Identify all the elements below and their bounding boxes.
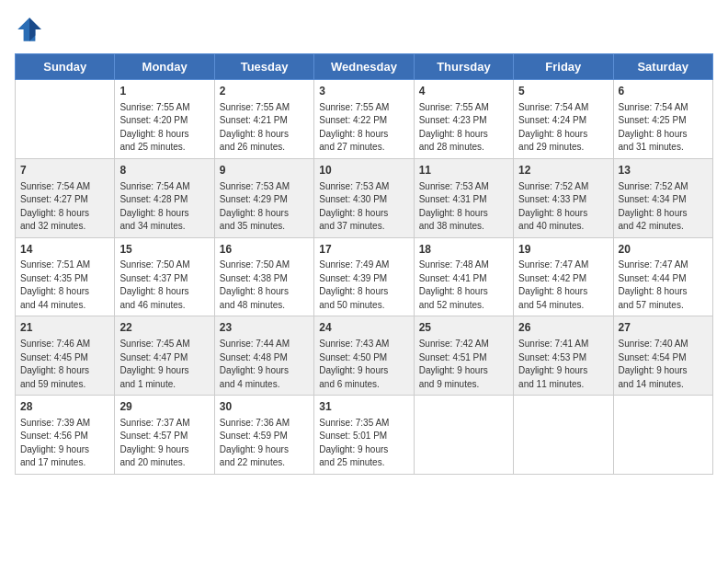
day-number: 13 [619, 163, 708, 178]
calendar-cell: 4Sunrise: 7:55 AM Sunset: 4:23 PM Daylig… [414, 80, 513, 159]
day-info: Sunrise: 7:52 AM Sunset: 4:33 PM Dayligh… [518, 180, 608, 234]
calendar-cell: 7Sunrise: 7:54 AM Sunset: 4:27 PM Daylig… [16, 158, 115, 237]
calendar-cell: 1Sunrise: 7:55 AM Sunset: 4:20 PM Daylig… [115, 80, 214, 159]
day-number: 21 [20, 320, 109, 336]
calendar-cell: 27Sunrise: 7:40 AM Sunset: 4:54 PM Dayli… [613, 316, 712, 396]
day-number: 24 [319, 320, 408, 336]
weekday-header-wednesday: Wednesday [314, 54, 414, 80]
calendar-cell: 28Sunrise: 7:39 AM Sunset: 4:56 PM Dayli… [16, 396, 115, 475]
weekday-header-monday: Monday [115, 54, 214, 80]
day-number: 30 [220, 399, 309, 415]
day-number: 19 [518, 242, 608, 258]
day-info: Sunrise: 7:55 AM Sunset: 4:22 PM Dayligh… [319, 101, 408, 155]
day-info: Sunrise: 7:53 AM Sunset: 4:30 PM Dayligh… [319, 180, 408, 234]
day-number: 11 [419, 163, 508, 178]
calendar-cell: 21Sunrise: 7:46 AM Sunset: 4:45 PM Dayli… [16, 316, 115, 396]
calendar-cell: 20Sunrise: 7:47 AM Sunset: 4:44 PM Dayli… [613, 237, 712, 316]
logo [15, 15, 48, 44]
day-number: 14 [20, 242, 109, 258]
calendar-week-3: 14Sunrise: 7:51 AM Sunset: 4:35 PM Dayli… [16, 237, 713, 316]
day-info: Sunrise: 7:50 AM Sunset: 4:37 PM Dayligh… [119, 259, 209, 312]
calendar-cell: 14Sunrise: 7:51 AM Sunset: 4:35 PM Dayli… [16, 237, 115, 316]
calendar-cell: 22Sunrise: 7:45 AM Sunset: 4:47 PM Dayli… [115, 316, 214, 396]
day-info: Sunrise: 7:42 AM Sunset: 4:51 PM Dayligh… [419, 338, 508, 391]
day-info: Sunrise: 7:40 AM Sunset: 4:54 PM Dayligh… [619, 338, 708, 391]
day-number: 8 [119, 163, 209, 178]
day-number: 28 [20, 399, 109, 415]
day-number: 29 [119, 399, 209, 415]
day-info: Sunrise: 7:41 AM Sunset: 4:53 PM Dayligh… [518, 338, 608, 391]
calendar-cell: 5Sunrise: 7:54 AM Sunset: 4:24 PM Daylig… [514, 80, 613, 159]
calendar-week-5: 28Sunrise: 7:39 AM Sunset: 4:56 PM Dayli… [16, 396, 713, 475]
logo-icon [15, 15, 44, 44]
calendar-cell: 8Sunrise: 7:54 AM Sunset: 4:28 PM Daylig… [115, 158, 214, 237]
day-info: Sunrise: 7:52 AM Sunset: 4:34 PM Dayligh… [619, 180, 708, 234]
calendar-cell: 2Sunrise: 7:55 AM Sunset: 4:21 PM Daylig… [214, 80, 313, 159]
day-info: Sunrise: 7:43 AM Sunset: 4:50 PM Dayligh… [319, 338, 408, 391]
calendar-cell: 6Sunrise: 7:54 AM Sunset: 4:25 PM Daylig… [613, 80, 712, 159]
calendar-cell: 3Sunrise: 7:55 AM Sunset: 4:22 PM Daylig… [314, 80, 414, 159]
day-info: Sunrise: 7:48 AM Sunset: 4:41 PM Dayligh… [419, 259, 508, 312]
day-number: 6 [619, 84, 708, 99]
calendar-cell: 17Sunrise: 7:49 AM Sunset: 4:39 PM Dayli… [314, 237, 414, 316]
weekday-header-sunday: Sunday [16, 54, 115, 80]
day-info: Sunrise: 7:54 AM Sunset: 4:24 PM Dayligh… [518, 101, 608, 155]
calendar-cell: 16Sunrise: 7:50 AM Sunset: 4:38 PM Dayli… [214, 237, 313, 316]
day-number: 2 [220, 84, 309, 99]
calendar-cell: 30Sunrise: 7:36 AM Sunset: 4:59 PM Dayli… [214, 396, 313, 475]
day-info: Sunrise: 7:46 AM Sunset: 4:45 PM Dayligh… [20, 338, 109, 391]
calendar-week-4: 21Sunrise: 7:46 AM Sunset: 4:45 PM Dayli… [16, 316, 713, 396]
calendar-cell [16, 80, 115, 159]
calendar-cell: 12Sunrise: 7:52 AM Sunset: 4:33 PM Dayli… [514, 158, 613, 237]
calendar-header: SundayMondayTuesdayWednesdayThursdayFrid… [16, 54, 713, 80]
day-info: Sunrise: 7:54 AM Sunset: 4:28 PM Dayligh… [119, 180, 209, 234]
day-info: Sunrise: 7:44 AM Sunset: 4:48 PM Dayligh… [220, 338, 309, 391]
day-number: 7 [20, 163, 109, 178]
calendar-cell: 10Sunrise: 7:53 AM Sunset: 4:30 PM Dayli… [314, 158, 414, 237]
day-number: 20 [619, 242, 708, 258]
calendar-cell: 31Sunrise: 7:35 AM Sunset: 5:01 PM Dayli… [314, 396, 414, 475]
day-info: Sunrise: 7:39 AM Sunset: 4:56 PM Dayligh… [20, 417, 109, 470]
day-number: 4 [419, 84, 508, 99]
day-info: Sunrise: 7:50 AM Sunset: 4:38 PM Dayligh… [220, 259, 309, 312]
weekday-header-thursday: Thursday [414, 54, 513, 80]
day-info: Sunrise: 7:54 AM Sunset: 4:27 PM Dayligh… [20, 180, 109, 234]
day-number: 25 [419, 320, 508, 336]
calendar-cell: 26Sunrise: 7:41 AM Sunset: 4:53 PM Dayli… [514, 316, 613, 396]
day-number: 15 [119, 242, 209, 258]
day-info: Sunrise: 7:35 AM Sunset: 5:01 PM Dayligh… [319, 417, 408, 470]
day-info: Sunrise: 7:51 AM Sunset: 4:35 PM Dayligh… [20, 259, 109, 312]
weekday-header-tuesday: Tuesday [214, 54, 313, 80]
day-number: 26 [518, 320, 608, 336]
day-number: 5 [518, 84, 608, 99]
day-number: 22 [119, 320, 209, 336]
day-info: Sunrise: 7:36 AM Sunset: 4:59 PM Dayligh… [220, 417, 309, 470]
day-number: 17 [319, 242, 408, 258]
calendar-cell: 29Sunrise: 7:37 AM Sunset: 4:57 PM Dayli… [115, 396, 214, 475]
calendar-table: SundayMondayTuesdayWednesdayThursdayFrid… [15, 53, 713, 475]
calendar-body: 1Sunrise: 7:55 AM Sunset: 4:20 PM Daylig… [16, 80, 713, 475]
calendar-week-2: 7Sunrise: 7:54 AM Sunset: 4:27 PM Daylig… [16, 158, 713, 237]
calendar-cell: 19Sunrise: 7:47 AM Sunset: 4:42 PM Dayli… [514, 237, 613, 316]
day-info: Sunrise: 7:47 AM Sunset: 4:44 PM Dayligh… [619, 259, 708, 312]
calendar-cell: 23Sunrise: 7:44 AM Sunset: 4:48 PM Dayli… [214, 316, 313, 396]
day-info: Sunrise: 7:54 AM Sunset: 4:25 PM Dayligh… [619, 101, 708, 155]
day-number: 1 [119, 84, 209, 99]
day-info: Sunrise: 7:55 AM Sunset: 4:23 PM Dayligh… [419, 101, 508, 155]
calendar-cell [414, 396, 513, 475]
day-info: Sunrise: 7:47 AM Sunset: 4:42 PM Dayligh… [518, 259, 608, 312]
weekday-row: SundayMondayTuesdayWednesdayThursdayFrid… [16, 54, 713, 80]
day-number: 12 [518, 163, 608, 178]
day-info: Sunrise: 7:45 AM Sunset: 4:47 PM Dayligh… [119, 338, 209, 391]
day-number: 18 [419, 242, 508, 258]
calendar-cell [613, 396, 712, 475]
day-number: 23 [220, 320, 309, 336]
calendar-cell: 11Sunrise: 7:53 AM Sunset: 4:31 PM Dayli… [414, 158, 513, 237]
calendar-cell: 15Sunrise: 7:50 AM Sunset: 4:37 PM Dayli… [115, 237, 214, 316]
day-info: Sunrise: 7:53 AM Sunset: 4:29 PM Dayligh… [220, 180, 309, 234]
svg-marker-1 [29, 17, 41, 41]
day-number: 9 [220, 163, 309, 178]
calendar-cell: 18Sunrise: 7:48 AM Sunset: 4:41 PM Dayli… [414, 237, 513, 316]
day-number: 3 [319, 84, 408, 99]
day-number: 31 [319, 399, 408, 415]
